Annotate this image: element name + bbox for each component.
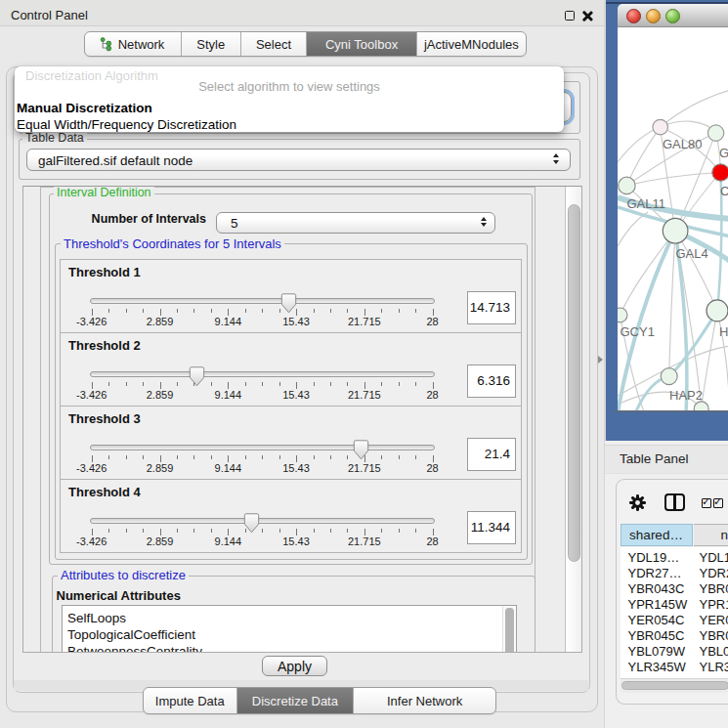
table-cell[interactable]: YBR045C [628, 628, 685, 643]
bottom-tab-discretize-data[interactable]: Discretize Data [237, 688, 355, 713]
table-data-combobox[interactable]: galFiltered.sif default node [26, 149, 571, 171]
table-cell[interactable]: YLR3 [700, 660, 728, 674]
table-cell[interactable]: YDR2 [700, 566, 728, 580]
network-window-titlebar[interactable] [618, 4, 728, 27]
slider-tick-label: 28 [426, 316, 438, 327]
list-scrollbar-thumb[interactable] [505, 608, 514, 653]
slider-tick [399, 382, 400, 386]
close-traffic-light[interactable] [626, 9, 642, 24]
node-gal4[interactable] [663, 218, 688, 243]
close-icon[interactable] [581, 11, 592, 21]
checkbox-icon[interactable]: ✓ [702, 498, 711, 508]
table-cell[interactable]: YDL19… [628, 550, 680, 565]
popup-item-prompt[interactable]: Select algorithm to view settings [15, 79, 564, 94]
numerical-attributes-list[interactable]: SelfLoopsTopologicalCoefficientBetweenne… [62, 605, 517, 653]
columns-icon[interactable] [664, 493, 685, 511]
network-edge[interactable] [669, 231, 675, 376]
tab-style[interactable]: Style [182, 32, 241, 56]
slider-tick-label: 28 [426, 535, 438, 547]
content-scrollbar-thumb[interactable] [568, 204, 581, 562]
slider-track[interactable] [90, 518, 435, 524]
apply-button[interactable]: Apply [262, 656, 327, 676]
slider-track[interactable] [90, 445, 435, 450]
table-cell[interactable]: YPR145W [628, 597, 688, 612]
slider-track[interactable] [90, 371, 435, 377]
network-edge[interactable] [618, 212, 648, 246]
slider-thumb[interactable] [353, 440, 369, 460]
threshold-value-field[interactable]: 21.4 [467, 438, 516, 471]
table-panel: Table Panel ✓✓shared…naYDL19…YDL1YDR27…Y… [605, 441, 728, 728]
network-icon [100, 37, 113, 52]
table-hscrollbar-thumb[interactable] [621, 681, 728, 691]
checkbox-icon[interactable]: ✓ [713, 498, 723, 508]
tab-label: Cyni Toolbox [325, 37, 398, 52]
zoom-traffic-light[interactable] [665, 9, 681, 24]
bottom-tab-impute-data[interactable]: Impute Data [144, 688, 237, 713]
node-green-top[interactable] [707, 125, 723, 141]
network-edge[interactable] [618, 127, 661, 162]
slider-tick [433, 529, 434, 535]
node-gcy1[interactable] [618, 308, 627, 322]
number-of-intervals-spinner[interactable]: 5 [216, 212, 495, 234]
table-cell[interactable]: YBL079W [628, 644, 686, 659]
table-browser-panel: ✓✓shared…naYDL19…YDL1YDR27…YDR2YBR043CYB… [616, 479, 728, 705]
minimize-traffic-light[interactable] [646, 9, 662, 24]
table-cell[interactable]: YDL1 [700, 550, 728, 565]
slider-track[interactable] [90, 298, 435, 304]
node-right[interactable] [707, 300, 728, 321]
node-red[interactable] [712, 164, 728, 181]
table-cell[interactable]: YDR27… [628, 566, 682, 580]
table-rows-area: YDL19…YDL1YDR27…YDR2YBR043CYBR0YPR145WYP… [621, 547, 728, 692]
threshold-value-field[interactable]: 6.316 [467, 364, 516, 398]
bottom-tab-infer-network[interactable]: Infer Network [354, 688, 495, 713]
slider-tick [279, 529, 280, 533]
list-scrollbar[interactable] [502, 606, 516, 653]
slider-tick-label: -3.426 [76, 535, 107, 547]
slider-tick [228, 309, 229, 316]
column-header-name[interactable]: na [694, 524, 728, 546]
slider-tick [177, 382, 178, 386]
network-view-canvas[interactable]: GAL80GACGAL11GAL4GCY1HHAP2 [618, 27, 728, 410]
network-node-label: C [720, 184, 728, 198]
slider-tick [330, 455, 331, 459]
attribute-list-item[interactable]: SelfLoops [67, 611, 126, 625]
tab-jactivemnodules[interactable]: jActiveMNodules [417, 32, 526, 56]
attribute-list-item[interactable]: BetweennessCentrality [67, 644, 202, 653]
table-cell[interactable]: YBR043C [628, 581, 685, 596]
table-cell[interactable]: YPR1 [700, 597, 728, 612]
table-cell[interactable]: YER0 [700, 613, 728, 627]
column-header-shared[interactable]: shared… [621, 524, 693, 546]
slider-thumb[interactable] [243, 513, 260, 534]
slider-tick [399, 529, 400, 533]
tab-network[interactable]: Network [85, 32, 182, 56]
table-cell[interactable]: YLR345W [628, 660, 686, 674]
slider-tick [399, 455, 400, 459]
tab-cyni-toolbox[interactable]: Cyni Toolbox [307, 32, 416, 56]
popup-item-equal-width[interactable]: Equal Width/Frequency Discretization [17, 117, 236, 132]
threshold-value-field[interactable]: 14.713 [467, 291, 516, 324]
gear-icon[interactable] [629, 494, 646, 511]
table-hscrollbar[interactable] [621, 678, 728, 694]
popup-item-manual[interactable]: Manual Discretization [17, 101, 152, 115]
node-hap2[interactable] [661, 368, 677, 385]
table-cell[interactable]: YBL0 [700, 644, 728, 659]
bottom-tab-label: Impute Data [155, 694, 225, 708]
slider-tick [126, 529, 127, 533]
table-cell[interactable]: YBR0 [700, 581, 728, 596]
node-gal11[interactable] [619, 177, 635, 193]
slider-tick [347, 529, 348, 533]
slider-tick [314, 382, 315, 386]
table-cell[interactable]: YBR0 [700, 628, 728, 643]
threshold-value-field[interactable]: 11.344 [467, 511, 516, 544]
tab-select[interactable]: Select [241, 32, 308, 56]
slider-thumb[interactable] [280, 293, 297, 314]
float-window-icon[interactable] [565, 11, 575, 21]
network-edge[interactable] [626, 173, 720, 186]
table-cell[interactable]: YER054C [628, 613, 685, 627]
attribute-list-item[interactable]: TopologicalCoefficient [67, 627, 195, 642]
divider-collapse-arrow-icon[interactable] [598, 356, 603, 364]
node-pink[interactable] [653, 119, 668, 135]
slider-thumb[interactable] [189, 366, 205, 387]
slider-tick [262, 382, 263, 386]
slider-tick [193, 529, 194, 533]
